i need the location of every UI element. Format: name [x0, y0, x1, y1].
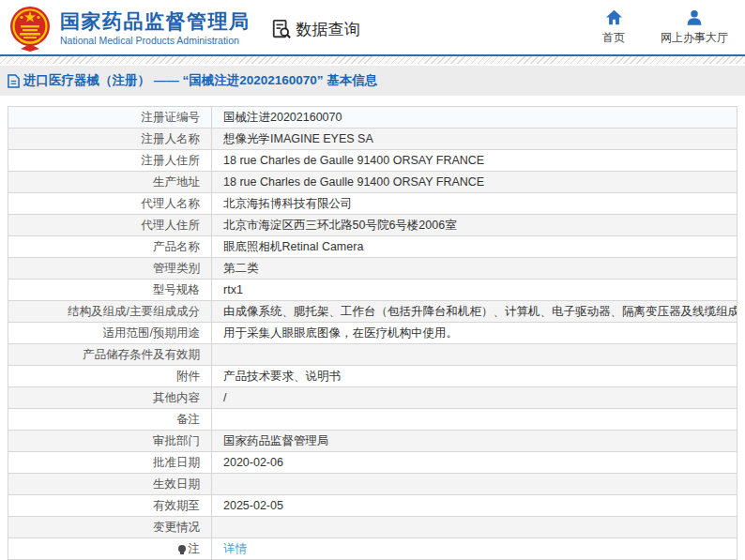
field-label: 注册证编号 — [8, 107, 212, 129]
document-search-icon — [271, 19, 292, 39]
table-row: 型号规格 rtx1 — [8, 280, 737, 301]
table-row: 注 详情 — [8, 538, 737, 560]
bulb-icon — [178, 545, 186, 552]
registration-info-table-wrap: 注册证编号 国械注进20202160070 注册人名称 想像光学IMAGINE … — [8, 106, 737, 560]
field-value: rtx1 — [212, 280, 737, 301]
field-label: 变更情况 — [8, 517, 212, 538]
field-value: 国械注进20202160070 — [212, 107, 737, 129]
field-value: 产品技术要求、说明书 — [212, 366, 737, 387]
field-value: / — [212, 387, 737, 409]
table-row: 注册证编号 国械注进20202160070 — [8, 107, 737, 129]
field-label: 有效期至 — [8, 495, 212, 517]
online-hall-link[interactable]: 网上办事大厅 — [661, 9, 728, 46]
field-label: 其他内容 — [8, 387, 212, 409]
registration-info-table: 注册证编号 国械注进20202160070 注册人名称 想像光学IMAGINE … — [8, 106, 737, 560]
breadcrumb: 进口医疗器械（注册） —— “国械注进20202160070” 基本信息 — [8, 72, 377, 89]
field-label: 备注 — [8, 409, 212, 431]
field-label: 审批部门 — [8, 431, 212, 452]
field-value — [212, 517, 737, 538]
table-row: 产品名称 眼底照相机Retinal Camera — [8, 236, 737, 258]
field-label: 结构及组成/主要组成成分 — [8, 301, 212, 323]
online-hall-label: 网上办事大厅 — [661, 30, 728, 46]
breadcrumb-bar: 进口医疗器械（注册） —— “国械注进20202160070” 基本信息 — [0, 66, 745, 96]
field-value — [212, 344, 737, 366]
field-label: 注册人名称 — [8, 129, 212, 150]
table-row: 管理类别 第二类 — [8, 258, 737, 280]
table-row: 审批部门 国家药品监督管理局 — [8, 431, 737, 452]
field-value: 18 rue Charles de Gaulle 91400 ORSAY FRA… — [212, 150, 737, 172]
home-icon — [605, 9, 623, 25]
field-value: 2025-02-05 — [212, 495, 737, 517]
header-quick-links: 首页 网上办事大厅 — [602, 9, 728, 46]
field-value — [212, 474, 737, 495]
table-row: 产品储存条件及有效期 — [8, 344, 737, 366]
field-value: 北京海拓博科技有限公司 — [212, 193, 737, 215]
field-label: 注 — [8, 538, 212, 560]
home-label: 首页 — [602, 30, 625, 46]
field-value: 2020-02-06 — [212, 452, 737, 474]
table-row: 其他内容 / — [8, 387, 737, 409]
table-row: 有效期至 2025-02-05 — [8, 495, 737, 517]
table-row: 结构及组成/主要组成成分 由成像系统、腮托架、工作台（包括升降台和机柜）、计算机… — [8, 301, 737, 323]
table-row: 适用范围/预期用途 用于采集人眼眼底图像，在医疗机构中使用。 — [8, 323, 737, 344]
field-value — [212, 409, 737, 431]
field-value: 详情 — [212, 538, 737, 560]
table-row: 附件 产品技术要求、说明书 — [8, 366, 737, 387]
table-row: 变更情况 — [8, 517, 737, 538]
data-query-label: 数据查询 — [296, 19, 360, 40]
table-row: 注册人住所 18 rue Charles de Gaulle 91400 ORS… — [8, 150, 737, 172]
person-icon — [686, 9, 703, 25]
field-value: 用于采集人眼眼底图像，在医疗机构中使用。 — [212, 323, 737, 344]
field-value: 由成像系统、腮托架、工作台（包括升降台和机柜）、计算机、电子驱动器、隔离变压器及… — [212, 301, 737, 323]
national-emblem-logo — [8, 6, 53, 53]
site-title: 国家药品监督管理局 — [60, 9, 251, 33]
table-row: 批准日期 2020-02-06 — [8, 452, 737, 474]
field-label: 生效日期 — [8, 474, 212, 495]
field-label: 产品储存条件及有效期 — [8, 344, 212, 366]
table-row: 生效日期 — [8, 474, 737, 495]
hatched-divider — [0, 56, 745, 64]
field-label: 型号规格 — [8, 280, 212, 301]
field-label: 生产地址 — [8, 172, 212, 193]
field-value: 18 rue Charles de Gaulle 91400 ORSAY FRA… — [212, 172, 737, 193]
field-label: 注册人住所 — [8, 150, 212, 172]
table-row: 备注 — [8, 409, 737, 431]
site-header: 国家药品监督管理局 National Medical Products Admi… — [0, 0, 745, 56]
site-subtitle: National Medical Products Administration — [60, 35, 251, 46]
field-value: 想像光学IMAGINE EYES SA — [212, 129, 737, 150]
field-label: 附件 — [8, 366, 212, 387]
data-query-nav[interactable]: 数据查询 — [271, 19, 360, 40]
field-value: 眼底照相机Retinal Camera — [212, 236, 737, 258]
table-row: 注册人名称 想像光学IMAGINE EYES SA — [8, 129, 737, 150]
details-link[interactable]: 详情 — [223, 542, 247, 555]
brand-block: 国家药品监督管理局 National Medical Products Admi… — [60, 9, 251, 46]
document-icon — [8, 74, 20, 88]
field-label: 管理类别 — [8, 258, 212, 280]
field-label: 代理人名称 — [8, 193, 212, 215]
table-row: 代理人住所 北京市海淀区西三环北路50号院6号楼2006室 — [8, 215, 737, 236]
field-label: 产品名称 — [8, 236, 212, 258]
field-label: 适用范围/预期用途 — [8, 323, 212, 344]
table-row: 生产地址 18 rue Charles de Gaulle 91400 ORSA… — [8, 172, 737, 193]
field-value: 国家药品监督管理局 — [212, 431, 737, 452]
home-link[interactable]: 首页 — [602, 9, 625, 46]
field-label: 批准日期 — [8, 452, 212, 474]
field-value: 第二类 — [212, 258, 737, 280]
table-row: 代理人名称 北京海拓博科技有限公司 — [8, 193, 737, 215]
field-label: 代理人住所 — [8, 215, 212, 236]
info-table-body: 注册证编号 国械注进20202160070 注册人名称 想像光学IMAGINE … — [8, 107, 737, 560]
field-value: 北京市海淀区西三环北路50号院6号楼2006室 — [212, 215, 737, 236]
breadcrumb-text: 进口医疗器械（注册） —— “国械注进20202160070” 基本信息 — [23, 72, 377, 89]
